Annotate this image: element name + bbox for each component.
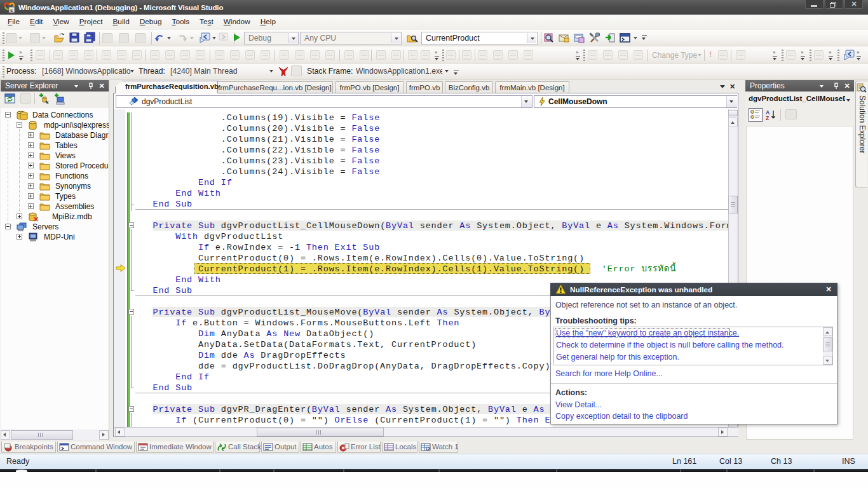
svg-text:Z: Z xyxy=(766,115,769,121)
svg-text:s: s xyxy=(10,8,13,13)
